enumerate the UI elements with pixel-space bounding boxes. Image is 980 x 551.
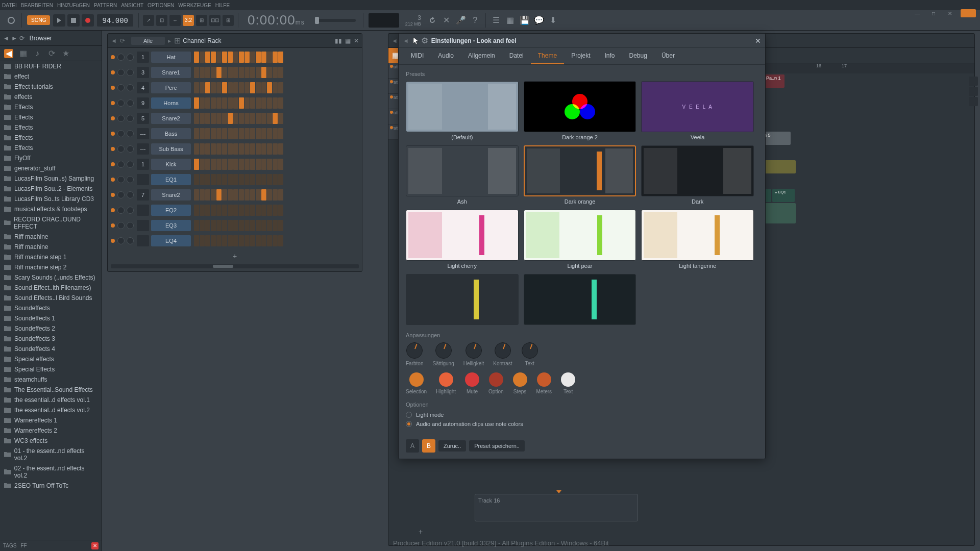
adjust-knob-kontrast[interactable]: .knob:nth-child(1)::after{transform:rota…	[495, 342, 511, 359]
step-button[interactable]	[278, 235, 283, 246]
step-button[interactable]	[239, 67, 244, 78]
channel-led[interactable]	[111, 70, 115, 74]
maximize-button[interactable]: □	[926, 9, 941, 17]
browser-item[interactable]: steamchuffs	[0, 374, 102, 385]
channel-led[interactable]	[111, 116, 115, 120]
song-position-slider[interactable]	[315, 19, 356, 22]
browser-item[interactable]: Riff machine	[0, 232, 102, 242]
step-button[interactable]	[205, 143, 210, 155]
right-tool-2[interactable]	[969, 87, 978, 96]
step-button[interactable]	[256, 189, 261, 201]
browser-item[interactable]: Sound Effect..ith Filenames)	[0, 283, 102, 293]
step-button[interactable]	[205, 82, 210, 93]
step-button[interactable]	[233, 205, 238, 216]
channel-led[interactable]	[111, 55, 115, 59]
record-button[interactable]	[82, 14, 94, 27]
step-button[interactable]	[228, 97, 233, 109]
step-button[interactable]	[261, 82, 266, 93]
settings-tab-projekt[interactable]: Projekt	[564, 48, 597, 64]
step-button[interactable]	[273, 128, 278, 139]
step-button[interactable]	[228, 52, 233, 63]
vol-knob[interactable]	[127, 191, 134, 198]
theme-preset[interactable]: Light tangerine	[641, 210, 754, 269]
step-button[interactable]	[261, 205, 266, 216]
step-button[interactable]	[194, 113, 199, 124]
settings-tab-debug[interactable]: Debug	[622, 48, 654, 64]
step-button[interactable]	[205, 189, 210, 201]
step-button[interactable]	[267, 67, 272, 78]
step-button[interactable]	[239, 97, 244, 109]
step-button[interactable]	[256, 174, 261, 185]
step-button[interactable]	[267, 159, 272, 170]
step-button[interactable]	[261, 113, 266, 124]
pan-knob[interactable]	[117, 69, 125, 76]
theme-preset[interactable]: Dark	[641, 145, 754, 205]
step-button[interactable]	[278, 128, 283, 139]
step-button[interactable]	[233, 220, 238, 231]
cr-reload-icon[interactable]: ⟳	[120, 37, 125, 44]
browser-item[interactable]: LucasFilm Sou..2 - Elements	[0, 184, 102, 194]
step-button[interactable]	[267, 97, 272, 109]
step-button[interactable]	[267, 143, 272, 155]
step-button[interactable]	[261, 97, 266, 109]
channel-number[interactable]: ---	[137, 128, 149, 139]
step-button[interactable]	[216, 67, 222, 78]
browser-item[interactable]: LucasFilm So..ts Library CD3	[0, 194, 102, 204]
browser-back-icon[interactable]: ◄	[3, 35, 9, 42]
pan-knob[interactable]	[117, 99, 125, 107]
step-button[interactable]	[200, 97, 205, 109]
step-button[interactable]	[205, 174, 210, 185]
theme-preset[interactable]	[406, 274, 519, 325]
right-tool-3[interactable]	[969, 97, 978, 106]
step-button[interactable]	[278, 174, 283, 185]
step-button[interactable]	[194, 143, 199, 155]
step-button[interactable]	[273, 97, 278, 109]
pan-knob[interactable]	[117, 130, 125, 137]
track-handle-icon[interactable]	[556, 490, 561, 494]
tool-5[interactable]: ⊞	[196, 15, 207, 26]
tool-7[interactable]: ⊞	[223, 15, 234, 26]
step-button[interactable]	[216, 189, 222, 201]
step-button[interactable]	[222, 67, 227, 78]
color-swatch-selection[interactable]	[409, 372, 424, 387]
step-button[interactable]	[211, 220, 216, 231]
channel-led[interactable]	[111, 178, 115, 182]
step-button[interactable]	[267, 205, 272, 216]
channel-number[interactable]: 9	[137, 97, 149, 109]
step-button[interactable]	[222, 97, 227, 109]
step-button[interactable]	[261, 128, 266, 139]
step-button[interactable]	[205, 113, 210, 124]
step-button[interactable]	[261, 235, 266, 246]
step-button[interactable]	[250, 52, 255, 63]
theme-preset[interactable]: Dark orange	[524, 145, 636, 205]
step-button[interactable]	[244, 82, 250, 93]
step-button[interactable]	[216, 113, 222, 124]
channel-led[interactable]	[111, 193, 115, 197]
step-button[interactable]	[228, 113, 233, 124]
step-button[interactable]	[250, 97, 255, 109]
step-button[interactable]	[194, 235, 199, 246]
cr-scrollbar[interactable]	[111, 264, 359, 268]
option-light-mode[interactable]: Light mode	[406, 412, 758, 418]
step-button[interactable]	[273, 220, 278, 231]
option-clip-colors[interactable]: Audio and automation clips use note colo…	[406, 421, 758, 427]
step-button[interactable]	[256, 113, 261, 124]
cr-grid-icon[interactable]: ▦	[345, 37, 351, 44]
step-button[interactable]	[239, 235, 244, 246]
step-button[interactable]	[273, 67, 278, 78]
pan-knob[interactable]	[117, 54, 125, 61]
browser-item[interactable]: effect	[0, 71, 102, 82]
undo-icon[interactable]	[426, 14, 438, 27]
tool-3[interactable]: ↔	[169, 15, 181, 26]
step-button[interactable]	[256, 143, 261, 155]
step-button[interactable]	[239, 174, 244, 185]
step-button[interactable]	[278, 67, 283, 78]
menu-view[interactable]: ANSICHT	[121, 3, 143, 8]
theme-preset[interactable]: (Default)	[406, 81, 519, 140]
browser-item[interactable]: Effects	[0, 143, 102, 153]
channel-number[interactable]: 1	[137, 52, 149, 63]
vol-knob[interactable]	[127, 54, 134, 61]
step-button[interactable]	[273, 174, 278, 185]
channel-number[interactable]	[137, 205, 149, 216]
pan-knob[interactable]	[117, 145, 125, 153]
